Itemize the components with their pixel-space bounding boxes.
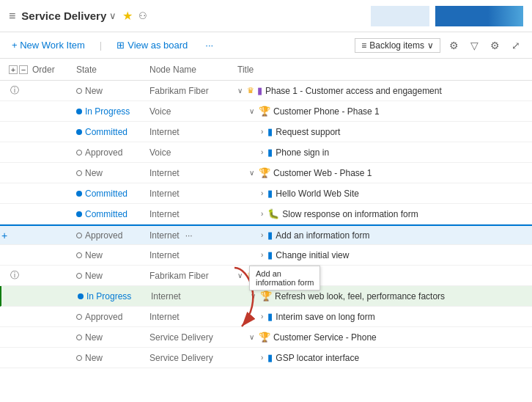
state-label: Committed <box>85 127 128 137</box>
expand-icon[interactable]: ⤢ <box>509 38 523 53</box>
chevron-icon[interactable]: › <box>261 128 263 136</box>
state-label: New <box>85 353 103 363</box>
row-title: Slow response on information form <box>282 209 418 219</box>
state-label: New <box>85 332 103 343</box>
new-work-item-button[interactable]: + New Work Item <box>9 38 88 52</box>
chevron-icon[interactable]: ∨ <box>237 87 243 95</box>
row-title: Add an information form <box>276 230 369 241</box>
table-row[interactable]: Committed Internet › ▮ Request support <box>0 122 532 142</box>
table-row[interactable]: New Service Delivery › ▮ GSP locator int… <box>0 348 532 368</box>
header-chevron-icon[interactable]: ∨ <box>109 10 117 21</box>
row-title: Refresh web look, feel, performance fact… <box>275 291 445 302</box>
table-row[interactable]: Approved Voice › ▮ Phone sign in <box>0 142 532 163</box>
chevron-icon[interactable]: › <box>261 231 263 239</box>
filter-icon[interactable]: ▽ <box>468 38 481 53</box>
story-icon: ▮ <box>267 126 273 137</box>
backlog-items-button[interactable]: ≡ Backlog items ∨ <box>355 38 440 53</box>
table-row[interactable]: Committed Internet › ▮ Hello World Web S… <box>0 183 532 204</box>
state-dot <box>76 129 82 135</box>
story-icon: ▮ <box>267 352 273 363</box>
header-grid-icon: ≡ <box>9 10 15 23</box>
table-row[interactable]: Approved Internet › ▮ Interim save on lo… <box>0 307 532 327</box>
state-label: In Progress <box>85 106 130 117</box>
table-row[interactable]: Committed Internet › 🐛 Slow response on … <box>0 204 532 224</box>
state-label: New <box>85 271 103 281</box>
state-label: New <box>85 86 103 96</box>
node-name: Voice <box>149 106 171 117</box>
table-header: + − Order State Node Name Title <box>0 59 532 81</box>
node-name: Internet <box>149 127 180 137</box>
node-name: Service Delivery <box>149 353 213 363</box>
state-dot <box>76 273 82 279</box>
state-dot <box>76 355 82 361</box>
bug-icon: 🐛 <box>267 208 279 219</box>
table-row[interactable]: New Internet ∨ 🏆 Customer Web - Phase 1 <box>0 163 532 183</box>
chevron-icon[interactable]: ∨ <box>251 292 256 300</box>
board-icon: ⊞ <box>117 40 125 51</box>
table-row[interactable]: + Approved Internet ··· › ▮ Add an infor… <box>0 224 532 245</box>
view-as-board-label: View as board <box>128 40 188 51</box>
state-label: Approved <box>85 230 122 241</box>
header-search-box <box>371 6 429 26</box>
order-col-header: Order <box>32 65 76 75</box>
state-dot <box>76 88 82 94</box>
chevron-icon[interactable]: › <box>261 148 263 156</box>
node-name: Voice <box>149 147 171 158</box>
info-icon: ⓘ <box>10 269 19 282</box>
feature-icon: 🏆 <box>259 332 270 343</box>
table-container: ⓘ New Fabrikam Fiber ∨ ♛ ▮ Phase 1 - Cus… <box>0 81 532 368</box>
table-row[interactable]: New Service Delivery ∨ 🏆 Customer Servic… <box>0 327 532 348</box>
chevron-icon[interactable]: › <box>261 251 263 259</box>
chevron-icon[interactable]: ∨ <box>249 333 254 341</box>
table-row[interactable]: New Internet › ▮ Change initial view <box>0 245 532 266</box>
row-title: Customer Service - Phone <box>273 332 377 343</box>
story-icon: ▮ <box>267 147 273 158</box>
view-as-board-button[interactable]: ⊞ View as board <box>114 38 191 52</box>
state-col-header: State <box>76 65 149 75</box>
chevron-icon[interactable]: ∨ <box>237 271 243 279</box>
tooltip-line2: information form <box>256 278 314 287</box>
node-name: Internet <box>149 189 180 199</box>
row-title: Customer Web - Phase 1 <box>273 168 372 178</box>
backlog-chevron-icon: ∨ <box>427 40 434 51</box>
story-icon: ▮ <box>267 188 273 199</box>
chevron-icon[interactable]: › <box>261 354 263 362</box>
row-title: Hello World Web Site <box>276 189 359 199</box>
header-star-icon[interactable]: ★ <box>122 9 133 23</box>
row-title: GSP locator interface <box>276 353 359 363</box>
more-icon[interactable]: ··· <box>185 230 193 241</box>
crown-icon: ♛ <box>247 86 254 95</box>
state-label: New <box>85 168 103 178</box>
chevron-icon[interactable]: › <box>261 189 263 197</box>
state-dot <box>76 170 82 176</box>
backlog-label: Backlog items <box>369 40 424 51</box>
state-label: New <box>85 250 103 260</box>
toolbar-more-button[interactable]: ··· <box>202 38 216 52</box>
feature-icon: 🏆 <box>259 167 270 178</box>
node-name: Internet <box>149 230 180 241</box>
title-col-header: Title <box>237 65 523 75</box>
node-name: Service Delivery <box>149 332 213 343</box>
chevron-icon[interactable]: › <box>261 313 263 321</box>
filter-settings-icon[interactable]: ⚙ <box>446 38 462 53</box>
feature-icon: 🏆 <box>259 106 270 117</box>
state-dot <box>76 314 82 320</box>
state-dot <box>76 109 82 114</box>
node-name: Fabrikam Fiber <box>149 271 209 281</box>
tooltip-line1: Add an <box>256 269 314 278</box>
table-row[interactable]: In Progress Voice ∨ 🏆 Customer Phone - P… <box>0 101 532 122</box>
chevron-icon[interactable]: ∨ <box>249 169 254 177</box>
row-title: Change initial view <box>276 250 349 260</box>
add-row-icon[interactable]: + <box>1 230 7 241</box>
feature-icon: ▮ <box>257 85 262 96</box>
settings-icon[interactable]: ⚙ <box>487 38 503 53</box>
chevron-icon[interactable]: ∨ <box>249 107 254 115</box>
chevron-icon[interactable]: › <box>261 210 263 218</box>
node-name: Fabrikam Fiber <box>149 86 209 96</box>
toolbar-right: ≡ Backlog items ∨ ⚙ ▽ ⚙ ⤢ <box>355 38 523 53</box>
node-name: Internet <box>149 312 180 322</box>
row-title: Phase 1 - Customer access and engagement <box>265 86 442 96</box>
table-row[interactable]: ⓘ New Fabrikam Fiber ∨ ♛ ▮ Phase 1 - Cus… <box>0 81 532 101</box>
node-name: Internet <box>149 250 180 260</box>
header-person-icon[interactable]: ⚇ <box>138 10 147 21</box>
